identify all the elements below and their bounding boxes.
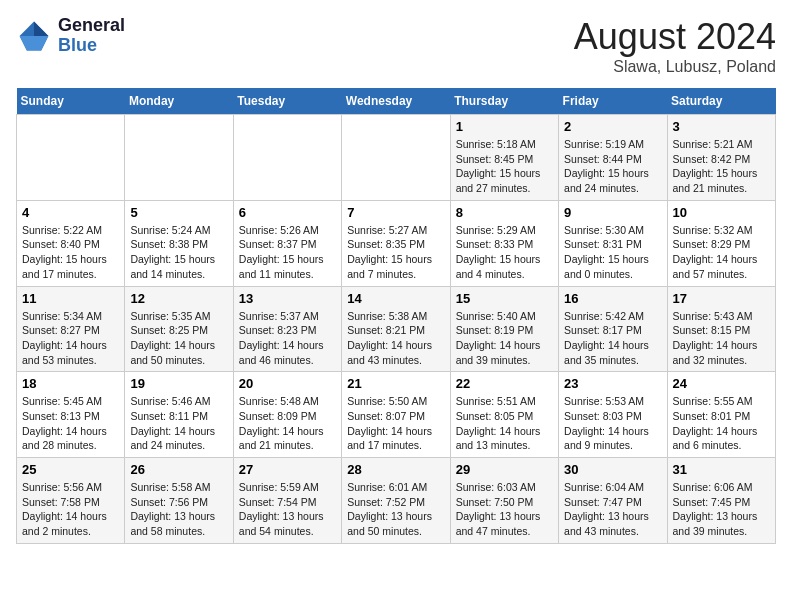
calendar-week-3: 11Sunrise: 5:34 AM Sunset: 8:27 PM Dayli… — [17, 286, 776, 372]
weekday-tuesday: Tuesday — [233, 88, 341, 115]
day-content: Sunrise: 5:22 AM Sunset: 8:40 PM Dayligh… — [22, 223, 119, 282]
weekday-thursday: Thursday — [450, 88, 558, 115]
calendar-cell: 14Sunrise: 5:38 AM Sunset: 8:21 PM Dayli… — [342, 286, 450, 372]
calendar-cell: 25Sunrise: 5:56 AM Sunset: 7:58 PM Dayli… — [17, 458, 125, 544]
day-content: Sunrise: 5:19 AM Sunset: 8:44 PM Dayligh… — [564, 137, 661, 196]
day-number: 24 — [673, 376, 770, 391]
day-content: Sunrise: 5:53 AM Sunset: 8:03 PM Dayligh… — [564, 394, 661, 453]
day-content: Sunrise: 5:21 AM Sunset: 8:42 PM Dayligh… — [673, 137, 770, 196]
day-number: 31 — [673, 462, 770, 477]
svg-marker-1 — [34, 21, 48, 35]
day-content: Sunrise: 5:32 AM Sunset: 8:29 PM Dayligh… — [673, 223, 770, 282]
day-number: 14 — [347, 291, 444, 306]
day-number: 3 — [673, 119, 770, 134]
calendar-week-5: 25Sunrise: 5:56 AM Sunset: 7:58 PM Dayli… — [17, 458, 776, 544]
weekday-saturday: Saturday — [667, 88, 775, 115]
calendar-table: SundayMondayTuesdayWednesdayThursdayFrid… — [16, 88, 776, 544]
day-number: 4 — [22, 205, 119, 220]
calendar-cell — [17, 115, 125, 201]
day-number: 22 — [456, 376, 553, 391]
calendar-cell: 8Sunrise: 5:29 AM Sunset: 8:33 PM Daylig… — [450, 200, 558, 286]
day-number: 15 — [456, 291, 553, 306]
day-content: Sunrise: 5:26 AM Sunset: 8:37 PM Dayligh… — [239, 223, 336, 282]
calendar-cell: 9Sunrise: 5:30 AM Sunset: 8:31 PM Daylig… — [559, 200, 667, 286]
day-content: Sunrise: 5:37 AM Sunset: 8:23 PM Dayligh… — [239, 309, 336, 368]
day-number: 30 — [564, 462, 661, 477]
day-content: Sunrise: 5:34 AM Sunset: 8:27 PM Dayligh… — [22, 309, 119, 368]
calendar-cell: 20Sunrise: 5:48 AM Sunset: 8:09 PM Dayli… — [233, 372, 341, 458]
calendar-body: 1Sunrise: 5:18 AM Sunset: 8:45 PM Daylig… — [17, 115, 776, 544]
day-number: 1 — [456, 119, 553, 134]
calendar-cell: 15Sunrise: 5:40 AM Sunset: 8:19 PM Dayli… — [450, 286, 558, 372]
day-number: 27 — [239, 462, 336, 477]
day-content: Sunrise: 5:27 AM Sunset: 8:35 PM Dayligh… — [347, 223, 444, 282]
weekday-wednesday: Wednesday — [342, 88, 450, 115]
day-content: Sunrise: 5:43 AM Sunset: 8:15 PM Dayligh… — [673, 309, 770, 368]
day-number: 2 — [564, 119, 661, 134]
day-content: Sunrise: 5:56 AM Sunset: 7:58 PM Dayligh… — [22, 480, 119, 539]
day-content: Sunrise: 5:48 AM Sunset: 8:09 PM Dayligh… — [239, 394, 336, 453]
day-content: Sunrise: 6:03 AM Sunset: 7:50 PM Dayligh… — [456, 480, 553, 539]
calendar-cell — [342, 115, 450, 201]
page-header: General Blue August 2024 Slawa, Lubusz, … — [16, 16, 776, 76]
day-content: Sunrise: 6:06 AM Sunset: 7:45 PM Dayligh… — [673, 480, 770, 539]
calendar-cell: 5Sunrise: 5:24 AM Sunset: 8:38 PM Daylig… — [125, 200, 233, 286]
calendar-cell: 18Sunrise: 5:45 AM Sunset: 8:13 PM Dayli… — [17, 372, 125, 458]
day-number: 25 — [22, 462, 119, 477]
day-number: 19 — [130, 376, 227, 391]
day-content: Sunrise: 5:38 AM Sunset: 8:21 PM Dayligh… — [347, 309, 444, 368]
day-number: 13 — [239, 291, 336, 306]
logo: General Blue — [16, 16, 125, 56]
calendar-cell: 10Sunrise: 5:32 AM Sunset: 8:29 PM Dayli… — [667, 200, 775, 286]
day-number: 10 — [673, 205, 770, 220]
day-content: Sunrise: 5:59 AM Sunset: 7:54 PM Dayligh… — [239, 480, 336, 539]
calendar-cell: 16Sunrise: 5:42 AM Sunset: 8:17 PM Dayli… — [559, 286, 667, 372]
logo-icon — [16, 18, 52, 54]
calendar-cell: 29Sunrise: 6:03 AM Sunset: 7:50 PM Dayli… — [450, 458, 558, 544]
day-number: 12 — [130, 291, 227, 306]
calendar-cell: 3Sunrise: 5:21 AM Sunset: 8:42 PM Daylig… — [667, 115, 775, 201]
calendar-cell: 13Sunrise: 5:37 AM Sunset: 8:23 PM Dayli… — [233, 286, 341, 372]
day-content: Sunrise: 5:50 AM Sunset: 8:07 PM Dayligh… — [347, 394, 444, 453]
day-number: 5 — [130, 205, 227, 220]
calendar-cell — [125, 115, 233, 201]
calendar-cell: 27Sunrise: 5:59 AM Sunset: 7:54 PM Dayli… — [233, 458, 341, 544]
calendar-cell: 12Sunrise: 5:35 AM Sunset: 8:25 PM Dayli… — [125, 286, 233, 372]
calendar-cell: 26Sunrise: 5:58 AM Sunset: 7:56 PM Dayli… — [125, 458, 233, 544]
calendar-cell: 4Sunrise: 5:22 AM Sunset: 8:40 PM Daylig… — [17, 200, 125, 286]
weekday-monday: Monday — [125, 88, 233, 115]
weekday-sunday: Sunday — [17, 88, 125, 115]
day-content: Sunrise: 5:40 AM Sunset: 8:19 PM Dayligh… — [456, 309, 553, 368]
calendar-cell: 17Sunrise: 5:43 AM Sunset: 8:15 PM Dayli… — [667, 286, 775, 372]
day-number: 7 — [347, 205, 444, 220]
day-number: 23 — [564, 376, 661, 391]
calendar-week-2: 4Sunrise: 5:22 AM Sunset: 8:40 PM Daylig… — [17, 200, 776, 286]
calendar-cell: 30Sunrise: 6:04 AM Sunset: 7:47 PM Dayli… — [559, 458, 667, 544]
calendar-cell: 6Sunrise: 5:26 AM Sunset: 8:37 PM Daylig… — [233, 200, 341, 286]
page-title: August 2024 — [574, 16, 776, 58]
day-number: 18 — [22, 376, 119, 391]
day-content: Sunrise: 5:29 AM Sunset: 8:33 PM Dayligh… — [456, 223, 553, 282]
day-content: Sunrise: 5:18 AM Sunset: 8:45 PM Dayligh… — [456, 137, 553, 196]
calendar-cell: 28Sunrise: 6:01 AM Sunset: 7:52 PM Dayli… — [342, 458, 450, 544]
day-content: Sunrise: 5:58 AM Sunset: 7:56 PM Dayligh… — [130, 480, 227, 539]
day-number: 9 — [564, 205, 661, 220]
day-content: Sunrise: 6:01 AM Sunset: 7:52 PM Dayligh… — [347, 480, 444, 539]
day-content: Sunrise: 6:04 AM Sunset: 7:47 PM Dayligh… — [564, 480, 661, 539]
calendar-cell: 22Sunrise: 5:51 AM Sunset: 8:05 PM Dayli… — [450, 372, 558, 458]
weekday-friday: Friday — [559, 88, 667, 115]
logo-line1: General — [58, 16, 125, 36]
day-content: Sunrise: 5:35 AM Sunset: 8:25 PM Dayligh… — [130, 309, 227, 368]
calendar-cell: 1Sunrise: 5:18 AM Sunset: 8:45 PM Daylig… — [450, 115, 558, 201]
calendar-week-4: 18Sunrise: 5:45 AM Sunset: 8:13 PM Dayli… — [17, 372, 776, 458]
day-number: 26 — [130, 462, 227, 477]
calendar-cell: 31Sunrise: 6:06 AM Sunset: 7:45 PM Dayli… — [667, 458, 775, 544]
page-subtitle: Slawa, Lubusz, Poland — [574, 58, 776, 76]
day-content: Sunrise: 5:51 AM Sunset: 8:05 PM Dayligh… — [456, 394, 553, 453]
day-content: Sunrise: 5:24 AM Sunset: 8:38 PM Dayligh… — [130, 223, 227, 282]
day-content: Sunrise: 5:30 AM Sunset: 8:31 PM Dayligh… — [564, 223, 661, 282]
day-number: 28 — [347, 462, 444, 477]
title-block: August 2024 Slawa, Lubusz, Poland — [574, 16, 776, 76]
day-content: Sunrise: 5:42 AM Sunset: 8:17 PM Dayligh… — [564, 309, 661, 368]
calendar-cell: 2Sunrise: 5:19 AM Sunset: 8:44 PM Daylig… — [559, 115, 667, 201]
